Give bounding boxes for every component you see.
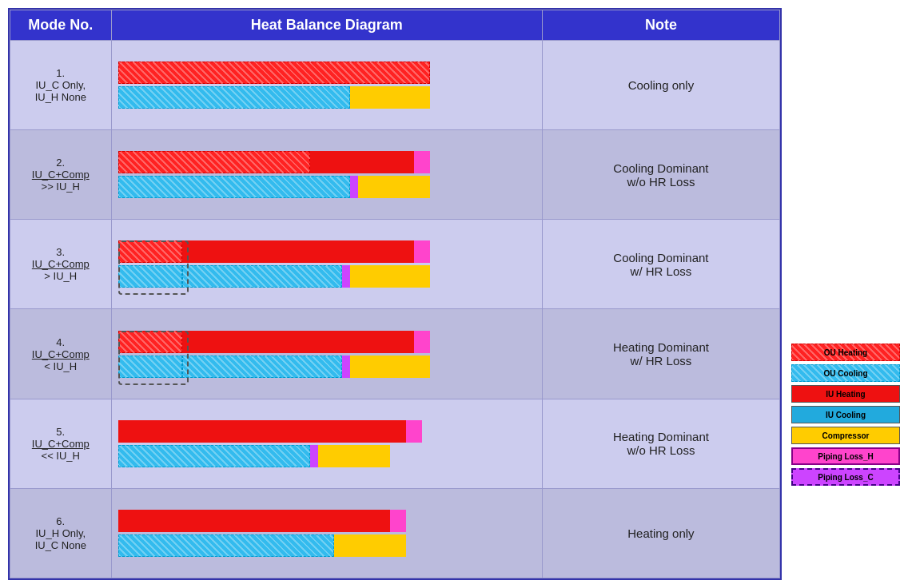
note-cell-3: Cooling Dominantw/ HR Loss <box>542 220 779 309</box>
bot-bar-row <box>118 176 536 198</box>
diagram-inner <box>118 510 536 557</box>
note-text-line: w/o HR Loss <box>627 175 695 189</box>
legend-item-ou-heating: OU Heating <box>791 344 900 361</box>
bar-segment-compressor <box>358 176 430 198</box>
top-bar-row <box>118 240 536 263</box>
bar-segment-piping-h <box>414 331 430 353</box>
legend-item-piping-c: Piping Loss_C <box>791 468 900 486</box>
legend-item-iu-heating: IU Heating <box>791 385 900 403</box>
main-container: Mode No. Heat Balance Diagram Note 1.IU_… <box>0 0 908 588</box>
diagram-cell-6 <box>111 488 542 578</box>
legend-label: Piping Loss_H <box>796 452 895 461</box>
note-text-line: Cooling only <box>628 78 695 92</box>
note-cell-1: Cooling only <box>542 41 779 130</box>
bar-segment-ou-cooling2 <box>182 265 342 288</box>
bar-segment-piping-c <box>342 265 350 288</box>
note-text-line: Heating Dominant <box>613 430 709 443</box>
mode-label-line: 5. <box>56 426 65 438</box>
legend-item-ou-cooling: OU Cooling <box>791 364 900 382</box>
bar-segment-ou-heating <box>118 331 182 353</box>
mode-label-line: IU_C+Comp <box>32 258 90 270</box>
diagram-inner <box>118 240 536 288</box>
diagram-inner <box>118 62 536 109</box>
note-text-line: Cooling Dominant <box>613 161 708 175</box>
mode-label-line: > IU_H <box>44 270 77 282</box>
legend-item-iu-cooling: IU Cooling <box>791 406 900 423</box>
mode-cell-6: 6.IU_H Only,IU_C None <box>10 488 112 578</box>
bar-segment-ou-cooling <box>118 356 182 378</box>
diagram-cell-5 <box>111 399 542 488</box>
bar-segment-iu-heating <box>182 240 414 263</box>
legend-item-piping-h: Piping Loss_H <box>791 447 900 465</box>
bar-segment-ou-cooling <box>118 445 310 467</box>
diagram-cell-3 <box>111 220 542 309</box>
note-text-line: w/ HR Loss <box>631 354 692 368</box>
legend-label: IU Heating <box>795 390 896 399</box>
mode-label-line: 1. <box>56 67 65 79</box>
mode-cell-4: 4.IU_C+Comp< IU_H <box>10 309 112 399</box>
bar-segment-piping-h <box>406 420 422 443</box>
diagram-cell-2 <box>111 130 542 220</box>
legend-label: Piping Loss_C <box>796 473 895 482</box>
bar-segment-piping-c <box>310 445 318 467</box>
bar-segment-ou-heating <box>118 151 310 173</box>
bar-segment-iu-heating <box>182 331 414 353</box>
bar-segment-iu-heating <box>118 420 406 443</box>
top-bar-row <box>118 62 536 84</box>
bar-segment-ou-cooling2 <box>182 356 342 378</box>
legend-item-compressor: Compressor <box>791 427 900 444</box>
mode-label-line: IU_C None <box>35 539 86 551</box>
mode-cell-5: 5.IU_C+Comp<< IU_H <box>10 399 112 488</box>
mode-label-line: IU_C+Comp <box>32 169 90 181</box>
note-cell-6: Heating only <box>542 488 779 578</box>
bar-segment-piping-c <box>350 176 358 198</box>
top-bar-row <box>118 420 536 443</box>
table-row: 6.IU_H Only,IU_C NoneHeating only <box>10 488 780 578</box>
bot-bar-row <box>118 356 536 378</box>
note-text-line: w/ HR Loss <box>631 264 692 278</box>
heat-balance-table: Mode No. Heat Balance Diagram Note 1.IU_… <box>10 10 780 578</box>
legend-panel: OU HeatingOU CoolingIU HeatingIU Cooling… <box>788 8 900 580</box>
mode-label-line: 3. <box>56 246 65 258</box>
bar-segment-compressor <box>334 534 406 557</box>
note-text-line: Cooling Dominant <box>613 251 708 264</box>
legend-label: OU Heating <box>795 348 896 357</box>
bar-segment-piping-c <box>342 356 350 378</box>
note-text-line: w/o HR Loss <box>627 443 695 457</box>
note-cell-5: Heating Dominantw/o HR Loss <box>542 399 779 488</box>
header-diagram: Heat Balance Diagram <box>111 10 542 41</box>
bar-segment-ou-cooling <box>118 534 334 557</box>
mode-label-line: IU_C+Comp <box>32 348 90 360</box>
header-note: Note <box>542 10 779 41</box>
bar-segment-compressor <box>350 265 430 288</box>
legend-label: OU Cooling <box>795 369 896 378</box>
table-body: 1.IU_C Only,IU_H NoneCooling only2.IU_C+… <box>10 41 780 578</box>
bar-segment-compressor <box>350 86 430 109</box>
top-bar-row <box>118 331 536 353</box>
note-cell-2: Cooling Dominantw/o HR Loss <box>542 130 779 220</box>
bar-segment-iu-heating <box>118 510 390 532</box>
table-row: 3.IU_C+Comp> IU_HCooling Dominantw/ HR L… <box>10 220 780 309</box>
bot-bar-row <box>118 265 536 288</box>
bar-segment-piping-h <box>390 510 406 532</box>
mode-label-line: IU_H Only, <box>35 527 86 539</box>
bar-segment-compressor <box>350 356 430 378</box>
diagram-cell-4 <box>111 309 542 399</box>
bar-segment-piping-h <box>414 151 430 173</box>
table-row: 2.IU_C+Comp>> IU_HCooling Dominantw/o HR… <box>10 130 780 220</box>
bar-segment-ou-cooling <box>118 86 350 109</box>
bot-bar-row <box>118 86 536 109</box>
note-cell-4: Heating Dominantw/ HR Loss <box>542 309 779 399</box>
table-row: 1.IU_C Only,IU_H NoneCooling only <box>10 41 780 130</box>
note-text-line: Heating only <box>627 526 694 540</box>
diagram-cell-1 <box>111 41 542 130</box>
bar-segment-ou-cooling <box>118 176 350 198</box>
legend-label: IU Cooling <box>795 411 896 419</box>
mode-label-line: 2. <box>56 157 65 169</box>
diagram-inner <box>118 331 536 378</box>
mode-label-line: << IU_H <box>42 450 80 462</box>
bot-bar-row <box>118 534 536 557</box>
mode-label-line: 4. <box>56 336 65 348</box>
table-row: 5.IU_C+Comp<< IU_HHeating Dominantw/o HR… <box>10 399 780 488</box>
legend-label: Compressor <box>795 431 896 440</box>
